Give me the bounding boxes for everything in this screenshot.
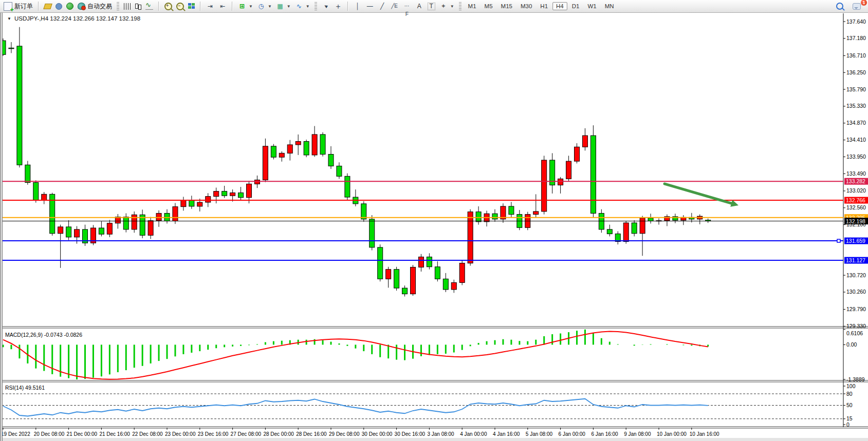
- tile-windows-button[interactable]: [186, 3, 197, 10]
- price-tick-label: 130.720: [846, 272, 866, 278]
- rsi-title: RSI(14) 49.5161: [5, 385, 45, 391]
- macd-title: MACD(12,26,9) -0.0743 -0.0826: [5, 332, 82, 338]
- candle: [123, 217, 128, 229]
- auto-scroll-icon: ⇥: [206, 2, 214, 10]
- line-chart-mode-button[interactable]: [143, 3, 155, 10]
- timeframe-m15[interactable]: M15: [497, 2, 516, 10]
- label-tool-button[interactable]: T: [426, 2, 437, 11]
- price-tick-label: 137.180: [846, 35, 866, 41]
- line-chart-icon: [145, 3, 153, 10]
- notification-badge: 1: [861, 0, 867, 6]
- candle: [648, 218, 653, 221]
- new-chart-icon: ⊞: [238, 2, 246, 10]
- price-tick-label: 136.710: [846, 52, 866, 59]
- shapes-icon: ✦: [439, 2, 448, 10]
- templates-button[interactable]: ▦▼: [274, 2, 293, 11]
- time-axis-label: 3 Jan 08:00: [427, 431, 454, 437]
- profile-icon: [56, 3, 62, 10]
- fibonacci-tool-button[interactable]: ⋯F: [401, 2, 413, 11]
- timeframe-toolbar: M1M5M15M30H1H4D1W1MN: [463, 1, 620, 12]
- candle: [542, 160, 547, 212]
- time-axis-label: 29 Dec 08:00: [329, 431, 360, 437]
- auto-scroll-button[interactable]: ⇥: [204, 2, 216, 11]
- timeframe-h4[interactable]: H4: [552, 2, 567, 10]
- zoom-in-button[interactable]: +: [162, 2, 174, 11]
- rsi-axis-label: 0: [846, 421, 849, 428]
- cursor-tool-button[interactable]: ▲: [320, 2, 332, 11]
- candle: [148, 221, 153, 236]
- price-tick-label: 133.950: [846, 154, 866, 160]
- autotrade-button[interactable]: 自动交易: [76, 2, 114, 11]
- chat-bubble-icon: [853, 3, 861, 10]
- signals-button[interactable]: [64, 2, 76, 10]
- window-splitter[interactable]: [0, 13, 3, 441]
- timeframe-w1[interactable]: W1: [584, 2, 600, 10]
- bar-chart-mode-button[interactable]: [122, 3, 133, 10]
- candle: [345, 176, 350, 197]
- time-axis-label: 10 Jan 16:00: [690, 431, 719, 437]
- candle: [451, 282, 456, 290]
- candle: [197, 202, 202, 206]
- time-axis-label: 4 Jan 00:00: [460, 431, 487, 437]
- timeframe-m1[interactable]: M1: [465, 2, 480, 10]
- new-order-button[interactable]: 新订单: [2, 2, 35, 11]
- candle: [566, 161, 571, 179]
- zoom-out-icon: −: [176, 3, 184, 10]
- dropdown-caret-icon: ▼: [249, 4, 253, 9]
- chart-shift-button[interactable]: ⇤: [216, 2, 229, 11]
- trendline-tool-button[interactable]: ╱: [376, 2, 389, 11]
- clock-icon: ◷: [257, 2, 265, 10]
- text-tool-button[interactable]: A: [413, 2, 426, 11]
- price-tick-label: 136.250: [846, 69, 866, 75]
- indicators-button[interactable]: ∿▼: [293, 2, 312, 11]
- candle: [222, 191, 227, 196]
- svg-text:131.659: 131.659: [846, 238, 865, 244]
- toolbar-grip[interactable]: [117, 2, 119, 10]
- crosshair-tool-button[interactable]: ＋: [332, 2, 344, 11]
- candle: [378, 247, 383, 279]
- shapes-tool-button[interactable]: ✦▼: [437, 2, 456, 11]
- candle: [66, 227, 71, 237]
- toolbar-grip[interactable]: [459, 2, 461, 10]
- candle: [75, 229, 80, 237]
- candle: [509, 206, 514, 215]
- price-tick-label: 135.790: [846, 86, 866, 92]
- candle: [25, 165, 30, 182]
- timeframe-mn[interactable]: MN: [601, 2, 618, 10]
- search-button[interactable]: [834, 2, 845, 10]
- zoom-out-button[interactable]: −: [174, 2, 186, 11]
- toolbar-separator: [38, 2, 39, 11]
- horizontal-line-tool-button[interactable]: —: [364, 2, 376, 11]
- price-chart-svg[interactable]: 137.640137.180136.710136.250135.790135.3…: [0, 0, 868, 441]
- styles-button[interactable]: [42, 3, 53, 10]
- candle: [263, 146, 268, 180]
- periods-button[interactable]: ◷▼: [255, 2, 274, 11]
- timeframe-m30[interactable]: M30: [517, 2, 535, 10]
- candle: [99, 228, 104, 234]
- timeframe-h1[interactable]: H1: [537, 2, 551, 10]
- candle: [533, 212, 539, 215]
- profile-button[interactable]: [53, 3, 64, 10]
- candle: [418, 257, 423, 267]
- notifications-button[interactable]: 1: [851, 3, 863, 10]
- new-chart-button[interactable]: ⊞▼: [236, 2, 255, 11]
- candle: [214, 191, 219, 197]
- timeframe-d1[interactable]: D1: [568, 2, 583, 10]
- price-tick-label: 129.330: [846, 323, 866, 329]
- candle: [17, 46, 22, 165]
- candle: [279, 153, 284, 157]
- horizontal-line-icon: —: [366, 2, 374, 10]
- candle: [230, 193, 235, 196]
- channel-tool-button[interactable]: ╱E: [389, 2, 401, 11]
- svg-text:USDJPY-,H4 132.224 132.266 13: USDJPY-,H4 132.224 132.266 132.147 132.1…: [14, 15, 140, 22]
- vertical-line-tool-button[interactable]: │: [352, 2, 364, 11]
- toolbar-grip[interactable]: [315, 2, 317, 10]
- time-axis-label: 30 Dec 00:00: [362, 431, 393, 437]
- price-tick-label: 133.020: [846, 187, 866, 194]
- styles-icon: [43, 4, 52, 9]
- candle: [607, 229, 612, 234]
- candle-chart-mode-button[interactable]: [133, 2, 143, 10]
- time-axis-label: 23 Dec 16:00: [198, 431, 229, 437]
- candle: [435, 267, 440, 279]
- timeframe-m5[interactable]: M5: [481, 2, 496, 10]
